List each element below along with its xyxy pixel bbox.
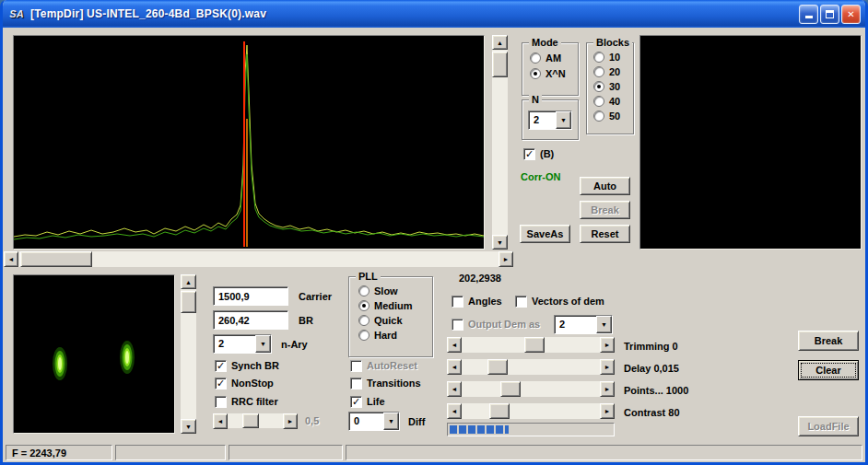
- scroll-right-icon[interactable]: ►: [600, 381, 615, 397]
- scroll-right-icon[interactable]: ►: [600, 403, 615, 419]
- scroll-left-icon[interactable]: ◄: [4, 251, 18, 267]
- break-button[interactable]: Break: [798, 331, 859, 351]
- nary-combo[interactable]: 2 ▼: [213, 334, 272, 354]
- radio-icon: [593, 66, 604, 77]
- scroll-left-icon[interactable]: ◄: [213, 413, 228, 429]
- delay-slider[interactable]: ◄ ►: [447, 359, 615, 375]
- vectors-of-dem-checkbox[interactable]: Vectors of dem: [515, 295, 604, 308]
- window-controls: ✕: [799, 5, 861, 24]
- scroll-left-icon[interactable]: ◄: [447, 337, 462, 353]
- blocks-group: Blocks 10 20 30 40 50: [586, 42, 634, 134]
- rolloff-slider[interactable]: ◄ ►: [213, 413, 298, 428]
- radio-pll-medium[interactable]: Medium: [358, 299, 413, 312]
- transitions-checkbox[interactable]: Transitions: [350, 377, 421, 389]
- secondary-display[interactable]: [639, 35, 862, 250]
- radio-am[interactable]: AM: [530, 52, 561, 64]
- chevron-down-icon[interactable]: ▼: [556, 111, 571, 129]
- radio-xn[interactable]: X^N: [530, 67, 566, 80]
- window-title: [TempDir] US-INTEL_260-4Bd_BPSK(0).wav: [30, 7, 794, 20]
- close-icon: ✕: [847, 9, 854, 19]
- radio-blocks-40[interactable]: 40: [593, 95, 620, 108]
- radio-pll-hard[interactable]: Hard: [358, 329, 397, 342]
- constellation-vscrollbar[interactable]: ▲ ▼: [181, 274, 196, 434]
- scroll-thumb[interactable]: [487, 359, 508, 375]
- angles-checkbox[interactable]: Angles: [452, 295, 502, 308]
- scroll-track[interactable]: [462, 337, 600, 353]
- radio-pll-quick[interactable]: Quick: [358, 314, 403, 327]
- nary-combo-value: 2: [214, 335, 255, 353]
- scroll-track[interactable]: [228, 413, 283, 428]
- radio-blocks-50[interactable]: 50: [593, 110, 620, 122]
- checkbox-label: Transitions: [367, 378, 421, 389]
- close-button[interactable]: ✕: [841, 5, 861, 24]
- scroll-left-icon[interactable]: ◄: [447, 381, 462, 397]
- scroll-thumb[interactable]: [492, 52, 508, 77]
- checkbox-label: (B): [540, 148, 554, 159]
- points-label: Points... 1000: [624, 385, 688, 396]
- scroll-right-icon[interactable]: ►: [600, 337, 615, 353]
- radio-blocks-20[interactable]: 20: [593, 65, 620, 78]
- nonstop-checkbox[interactable]: ✓ NonStop: [215, 377, 274, 389]
- scroll-up-icon[interactable]: ▲: [492, 35, 508, 50]
- scroll-right-icon[interactable]: ►: [600, 359, 615, 375]
- radio-blocks-10[interactable]: 10: [593, 51, 620, 64]
- chevron-down-icon[interactable]: ▼: [255, 335, 271, 353]
- delay-label: Delay 0,015: [624, 363, 679, 374]
- life-checkbox[interactable]: ✓ Life: [350, 395, 385, 408]
- scroll-track[interactable]: [181, 289, 196, 419]
- rrc-filter-checkbox[interactable]: RRC filter: [215, 395, 278, 408]
- scroll-thumb[interactable]: [524, 337, 545, 353]
- constellation-display[interactable]: [13, 274, 175, 434]
- radio-pll-slow[interactable]: Slow: [358, 285, 398, 297]
- scroll-track[interactable]: [18, 251, 499, 267]
- radio-label: AM: [545, 52, 561, 64]
- titlebar[interactable]: SA [TempDir] US-INTEL_260-4Bd_BPSK(0).wa…: [3, 0, 865, 28]
- scroll-right-icon[interactable]: ►: [499, 251, 513, 267]
- b-checkbox[interactable]: ✓ (B): [523, 147, 554, 160]
- trimming-slider[interactable]: ◄ ►: [447, 337, 615, 353]
- spectrum-vscrollbar[interactable]: ▲ ▼: [492, 35, 508, 250]
- scroll-down-icon[interactable]: ▼: [492, 235, 508, 250]
- scroll-track[interactable]: [462, 403, 600, 419]
- pll-group: PLL Slow Medium Quick Hard: [348, 276, 433, 357]
- n-combo[interactable]: 2 ▼: [528, 110, 572, 130]
- radio-blocks-30[interactable]: 30: [593, 80, 620, 93]
- saveas-button[interactable]: SaveAs: [520, 225, 570, 243]
- chevron-down-icon[interactable]: ▼: [596, 316, 612, 333]
- output-dem-combo[interactable]: 2 ▼: [554, 315, 613, 334]
- checkbox-unchecked-icon: [350, 378, 362, 389]
- checkbox-unchecked-icon: [350, 360, 362, 372]
- spectrum-hscrollbar[interactable]: ◄ ►: [4, 251, 513, 267]
- radio-selected-icon: [358, 300, 369, 311]
- scroll-up-icon[interactable]: ▲: [181, 274, 196, 289]
- clear-button[interactable]: Clear: [798, 360, 859, 380]
- scroll-track[interactable]: [492, 50, 508, 235]
- checkbox-label: NonStop: [231, 378, 274, 389]
- scroll-down-icon[interactable]: ▼: [181, 419, 196, 434]
- carrier-input[interactable]: [213, 286, 288, 306]
- br-input[interactable]: [213, 310, 288, 330]
- scroll-thumb[interactable]: [181, 291, 196, 313]
- chevron-down-icon[interactable]: ▼: [383, 413, 399, 430]
- radio-label: 50: [609, 110, 620, 122]
- scroll-thumb[interactable]: [242, 413, 259, 428]
- spectrum-display[interactable]: [13, 35, 485, 250]
- checkbox-label: Synch BR: [231, 360, 279, 371]
- synch-br-checkbox[interactable]: ✓ Synch BR: [215, 359, 279, 372]
- scroll-left-icon[interactable]: ◄: [447, 359, 462, 375]
- contrast-slider[interactable]: ◄ ►: [447, 403, 615, 419]
- maximize-button[interactable]: [820, 5, 839, 24]
- scroll-right-icon[interactable]: ►: [283, 413, 298, 429]
- points-slider[interactable]: ◄ ►: [447, 381, 615, 397]
- scroll-thumb[interactable]: [489, 403, 510, 419]
- scroll-track[interactable]: [462, 381, 600, 397]
- reset-button[interactable]: Reset: [580, 225, 630, 243]
- scroll-track[interactable]: [462, 359, 600, 375]
- auto-button[interactable]: Auto: [580, 177, 630, 195]
- scroll-left-icon[interactable]: ◄: [447, 403, 462, 419]
- checkbox-label: AutoReset: [367, 360, 417, 371]
- scroll-thumb[interactable]: [500, 381, 521, 397]
- diff-combo[interactable]: 0 ▼: [348, 412, 400, 431]
- scroll-thumb[interactable]: [20, 251, 92, 267]
- minimize-button[interactable]: [799, 5, 818, 24]
